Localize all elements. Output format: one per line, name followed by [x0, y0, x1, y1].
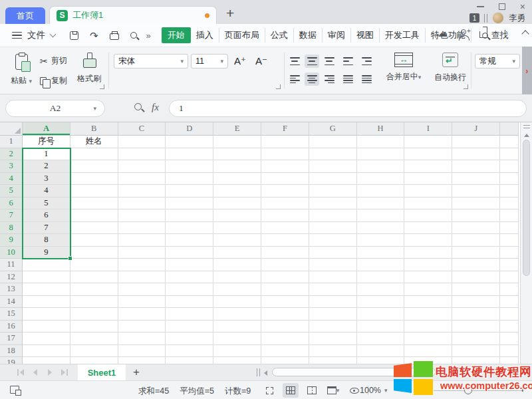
- number-format-select[interactable]: 常规 ▾: [475, 54, 520, 68]
- cell-A18[interactable]: [23, 345, 70, 358]
- cell-J12[interactable]: [452, 271, 500, 284]
- cell-G12[interactable]: [309, 271, 357, 284]
- cell-D2[interactable]: [166, 148, 213, 161]
- cell-H14[interactable]: [357, 296, 405, 309]
- file-menu[interactable]: 文件: [27, 29, 45, 41]
- page-break-view-button[interactable]: [304, 383, 320, 398]
- cell-G1[interactable]: [309, 136, 357, 148]
- new-tab-button[interactable]: +: [226, 5, 234, 21]
- cell-B5[interactable]: [70, 185, 118, 198]
- cell-D12[interactable]: [166, 271, 213, 284]
- align-middle-button[interactable]: [305, 55, 319, 68]
- ribbon-scroll-right[interactable]: ›: [522, 47, 532, 94]
- maximize-icon[interactable]: [499, 3, 505, 10]
- cell-J18[interactable]: [452, 345, 500, 358]
- zoom-control[interactable]: 100% ▾: [360, 386, 388, 395]
- cell-G18[interactable]: [309, 345, 357, 358]
- more-quick-access-button[interactable]: »: [146, 31, 151, 41]
- fit-selection-button[interactable]: [261, 383, 277, 398]
- cell-C7[interactable]: [118, 209, 166, 222]
- row-header-10[interactable]: 10: [0, 247, 23, 259]
- cell-D16[interactable]: [166, 321, 213, 333]
- cell-E13[interactable]: [213, 283, 261, 296]
- cell-A8[interactable]: 7: [23, 222, 70, 235]
- vertical-scrollbar[interactable]: [520, 122, 532, 364]
- row-header-15[interactable]: 15: [0, 308, 23, 321]
- cell-D5[interactable]: [166, 185, 213, 198]
- cell[interactable]: [500, 308, 519, 321]
- cell-H19[interactable]: [357, 357, 405, 364]
- cell-B6[interactable]: [70, 198, 118, 210]
- cell-C11[interactable]: [118, 259, 166, 271]
- horizontal-scroll-thumb[interactable]: [272, 368, 436, 376]
- cell-B11[interactable]: [70, 259, 118, 271]
- cell-J3[interactable]: [452, 160, 500, 173]
- cell-F8[interactable]: [261, 222, 309, 235]
- cell-J15[interactable]: [452, 308, 500, 321]
- cell-B10[interactable]: [70, 247, 118, 259]
- select-all-corner[interactable]: [0, 122, 23, 136]
- cell-C13[interactable]: [118, 283, 166, 296]
- cell-B16[interactable]: [70, 321, 118, 333]
- cell-G14[interactable]: [309, 296, 357, 309]
- cell-H12[interactable]: [357, 271, 405, 284]
- cell-I2[interactable]: [404, 148, 452, 161]
- cell-J1[interactable]: [452, 136, 500, 148]
- cell-D10[interactable]: [166, 247, 213, 259]
- cell-F6[interactable]: [261, 198, 309, 210]
- row-header-12[interactable]: 12: [0, 271, 23, 284]
- cell-H6[interactable]: [357, 198, 405, 210]
- zoom-slider-handle[interactable]: [464, 386, 472, 394]
- zoom-in-button[interactable]: +: [519, 383, 525, 395]
- row-header-2[interactable]: 2: [0, 148, 23, 161]
- row-header-19[interactable]: 19: [0, 357, 23, 364]
- cell-J9[interactable]: [452, 234, 500, 247]
- cell-J11[interactable]: [452, 259, 500, 271]
- cell-E4[interactable]: [213, 173, 261, 186]
- cell-J6[interactable]: [452, 198, 500, 210]
- cell-G4[interactable]: [309, 173, 357, 186]
- cell-H9[interactable]: [357, 234, 405, 247]
- cell-I3[interactable]: [404, 160, 452, 173]
- normal-view-button[interactable]: [283, 383, 299, 398]
- align-right-button[interactable]: [322, 72, 336, 86]
- cell-C16[interactable]: [118, 321, 166, 333]
- record-macro-icon[interactable]: [10, 386, 21, 395]
- undo-icon[interactable]: ↷: [90, 31, 98, 40]
- cell-I9[interactable]: [404, 234, 452, 247]
- cell-E11[interactable]: [213, 259, 261, 271]
- shrink-font-button[interactable]: A⁻: [255, 55, 267, 67]
- column-header-I[interactable]: I: [404, 122, 452, 136]
- row-header-3[interactable]: 3: [0, 160, 23, 173]
- cell-G10[interactable]: [309, 247, 357, 259]
- cell-I5[interactable]: [404, 185, 452, 198]
- cell-A4[interactable]: 3: [23, 173, 70, 186]
- save-icon[interactable]: [70, 31, 78, 40]
- cell-H11[interactable]: [357, 259, 405, 271]
- cell-I18[interactable]: [404, 345, 452, 358]
- cell-G11[interactable]: [309, 259, 357, 271]
- cell-D8[interactable]: [166, 222, 213, 235]
- cell-F9[interactable]: [261, 234, 309, 247]
- user-name[interactable]: 李勇: [509, 13, 525, 24]
- cell-F11[interactable]: [261, 259, 309, 271]
- cell-A9[interactable]: 8: [23, 234, 70, 247]
- column-header-A[interactable]: A: [23, 122, 70, 136]
- row-header-13[interactable]: 13: [0, 283, 23, 296]
- cell-B19[interactable]: [70, 357, 118, 364]
- cell-D13[interactable]: [166, 283, 213, 296]
- cell-E6[interactable]: [213, 198, 261, 210]
- cell[interactable]: [500, 271, 519, 284]
- cell-B13[interactable]: [70, 283, 118, 296]
- row-header-5[interactable]: 5: [0, 185, 23, 198]
- cell-A7[interactable]: 6: [23, 209, 70, 222]
- cell[interactable]: [500, 209, 519, 222]
- distribute-button[interactable]: [359, 72, 374, 86]
- minimize-icon[interactable]: [477, 6, 484, 7]
- cell-B18[interactable]: [70, 345, 118, 358]
- cell-J17[interactable]: [452, 332, 500, 345]
- next-sheet-button[interactable]: [48, 369, 52, 376]
- cell-A1[interactable]: 序号: [23, 136, 70, 148]
- cell-I13[interactable]: [404, 283, 452, 296]
- cell-I14[interactable]: [404, 296, 452, 309]
